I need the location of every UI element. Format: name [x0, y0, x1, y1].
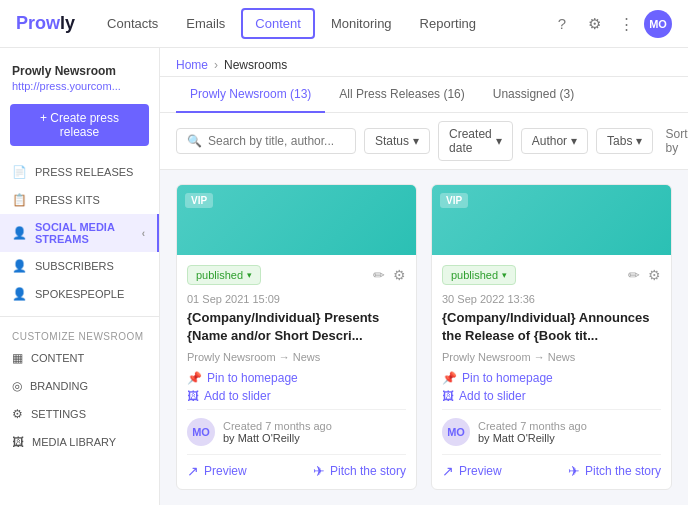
pin-homepage-2[interactable]: 📌 Pin to homepage: [442, 371, 661, 385]
press-release-card-1: VIP published ▾ ✏ ⚙ 01 Sep 2021 15:09: [176, 184, 417, 490]
chevron-down-icon: ▾: [413, 134, 419, 148]
sidebar: Prowly Newsroom http://press.yourcom... …: [0, 48, 160, 505]
pitch-story-btn-1[interactable]: ✈ Pitch the story: [313, 463, 406, 479]
breadcrumb: Home › Newsrooms: [160, 48, 688, 77]
nav-monitoring[interactable]: Monitoring: [319, 10, 404, 37]
org-url[interactable]: http://press.yourcom...: [12, 80, 147, 92]
filter-status-label: Status: [375, 134, 409, 148]
tab-prowly-newsroom[interactable]: Prowly Newsroom (13): [176, 77, 325, 113]
pencil-icon-1[interactable]: ✏: [373, 267, 385, 283]
sidebar-item-social-media-streams[interactable]: 👤 SOCIAL MEDIA STREAMS ‹: [0, 214, 159, 252]
card-author-1: MO Created 7 months ago by Matt O'Reilly: [187, 409, 406, 450]
pitch-story-btn-2[interactable]: ✈ Pitch the story: [568, 463, 661, 479]
card-actions-row-1: ↗ Preview ✈ Pitch the story: [187, 454, 406, 479]
sidebar-item-subscribers[interactable]: 👤 SUBSCRIBERS: [0, 252, 159, 280]
card-newsroom-2: Prowly Newsroom → News: [442, 351, 661, 363]
sidebar-label-settings: SETTINGS: [31, 408, 86, 420]
image-icon: 🖼: [12, 435, 24, 449]
sidebar-label-branding: BRANDING: [30, 380, 88, 392]
main-layout: Prowly Newsroom http://press.yourcom... …: [0, 48, 688, 505]
pin-label-1: Pin to homepage: [207, 371, 298, 385]
breadcrumb-separator: ›: [214, 58, 218, 72]
sidebar-label-subscribers: SUBSCRIBERS: [35, 260, 114, 272]
nav-contacts[interactable]: Contacts: [95, 10, 170, 37]
customize-label: Customize Newsroom: [0, 325, 159, 344]
add-slider-2[interactable]: 🖼 Add to slider: [442, 389, 661, 403]
preview-icon-2: ↗: [442, 463, 454, 479]
author-info-2: Created 7 months ago by Matt O'Reilly: [478, 420, 587, 444]
tab-all-press-releases[interactable]: All Press Releases (16): [325, 77, 478, 113]
branding-icon: ◎: [12, 379, 22, 393]
subscriber-icon: 👤: [12, 259, 27, 273]
create-press-release-button[interactable]: + Create press release: [10, 104, 149, 146]
sidebar-item-content[interactable]: ▦ CONTENT: [0, 344, 159, 372]
card-body-1: published ▾ ✏ ⚙ 01 Sep 2021 15:09 {Compa…: [177, 255, 416, 489]
card-body-2: published ▾ ✏ ⚙ 30 Sep 2022 13:36 {Compa…: [432, 255, 671, 489]
gear-icon-2[interactable]: ⚙: [648, 267, 661, 283]
add-slider-1[interactable]: 🖼 Add to slider: [187, 389, 406, 403]
vip-badge-2: VIP: [440, 193, 468, 208]
filter-status[interactable]: Status ▾: [364, 128, 430, 154]
preview-label-1: Preview: [204, 464, 247, 478]
nav-emails[interactable]: Emails: [174, 10, 237, 37]
sidebar-item-media-library[interactable]: 🖼 MEDIA LIBRARY: [0, 428, 159, 456]
sidebar-item-press-releases[interactable]: 📄 PRESS RELEASES: [0, 158, 159, 186]
more-icon[interactable]: ⋮: [612, 10, 640, 38]
chevron-down-icon: ▾: [636, 134, 642, 148]
gear-icon-1[interactable]: ⚙: [393, 267, 406, 283]
pitch-label-2: Pitch the story: [585, 464, 661, 478]
slider-label-1: Add to slider: [204, 389, 271, 403]
author-name-1: by Matt O'Reilly: [223, 432, 332, 444]
book-icon: 📋: [12, 193, 27, 207]
card-date-2: 30 Sep 2022 13:36: [442, 293, 661, 305]
pitch-label-1: Pitch the story: [330, 464, 406, 478]
sidebar-label-press-releases: PRESS RELEASES: [35, 166, 133, 178]
card-banner-2: VIP: [432, 185, 671, 255]
sidebar-label-spokespeople: SPOKESPEOPLE: [35, 288, 124, 300]
tab-unassigned[interactable]: Unassigned (3): [479, 77, 588, 113]
sidebar-item-spokespeople[interactable]: 👤 SPOKESPEOPLE: [0, 280, 159, 308]
press-release-card-2: VIP published ▾ ✏ ⚙ 30 Sep 2022 13:36: [431, 184, 672, 490]
spokespersons-icon: 👤: [12, 287, 27, 301]
filter-tabs[interactable]: Tabs ▾: [596, 128, 653, 154]
sidebar-item-settings[interactable]: ⚙ SETTINGS: [0, 400, 159, 428]
toolbar: 🔍 Status ▾ Created date ▾ Author ▾ Tabs …: [160, 113, 688, 170]
pin-icon-1: 📌: [187, 371, 202, 385]
card-status-row-1: published ▾ ✏ ⚙: [187, 265, 406, 285]
preview-btn-1[interactable]: ↗ Preview: [187, 463, 247, 479]
chevron-down-icon: ▾: [571, 134, 577, 148]
sidebar-item-press-kits[interactable]: 📋 PRESS KITS: [0, 186, 159, 214]
preview-btn-2[interactable]: ↗ Preview: [442, 463, 502, 479]
nav-reporting[interactable]: Reporting: [408, 10, 488, 37]
card-actions-row-2: ↗ Preview ✈ Pitch the story: [442, 454, 661, 479]
card-date-1: 01 Sep 2021 15:09: [187, 293, 406, 305]
pencil-icon-2[interactable]: ✏: [628, 267, 640, 283]
sidebar-item-branding[interactable]: ◎ BRANDING: [0, 372, 159, 400]
gear-icon[interactable]: ⚙: [580, 10, 608, 38]
breadcrumb-current: Newsrooms: [224, 58, 287, 72]
avatar[interactable]: MO: [644, 10, 672, 38]
breadcrumb-home[interactable]: Home: [176, 58, 208, 72]
sidebar-label-media-library: MEDIA LIBRARY: [32, 436, 116, 448]
logo: Prowly: [16, 13, 75, 34]
status-badge-1[interactable]: published ▾: [187, 265, 261, 285]
chevron-down-icon: ▾: [496, 134, 502, 148]
created-info-1: Created 7 months ago: [223, 420, 332, 432]
preview-label-2: Preview: [459, 464, 502, 478]
chevron-left-icon: ‹: [142, 228, 145, 239]
filter-author[interactable]: Author ▾: [521, 128, 588, 154]
pitch-icon-1: ✈: [313, 463, 325, 479]
content-area: Home › Newsrooms Prowly Newsroom (13) Al…: [160, 48, 688, 505]
org-name: Prowly Newsroom: [12, 64, 147, 78]
cards-grid: VIP published ▾ ✏ ⚙ 01 Sep 2021 15:09: [160, 170, 688, 504]
nav-content[interactable]: Content: [241, 8, 315, 39]
pin-homepage-1[interactable]: 📌 Pin to homepage: [187, 371, 406, 385]
help-icon[interactable]: ?: [548, 10, 576, 38]
slider-label-2: Add to slider: [459, 389, 526, 403]
search-input[interactable]: [208, 134, 345, 148]
author-avatar-1: MO: [187, 418, 215, 446]
search-box[interactable]: 🔍: [176, 128, 356, 154]
status-badge-2[interactable]: published ▾: [442, 265, 516, 285]
settings-icon: ⚙: [12, 407, 23, 421]
filter-created-date[interactable]: Created date ▾: [438, 121, 513, 161]
